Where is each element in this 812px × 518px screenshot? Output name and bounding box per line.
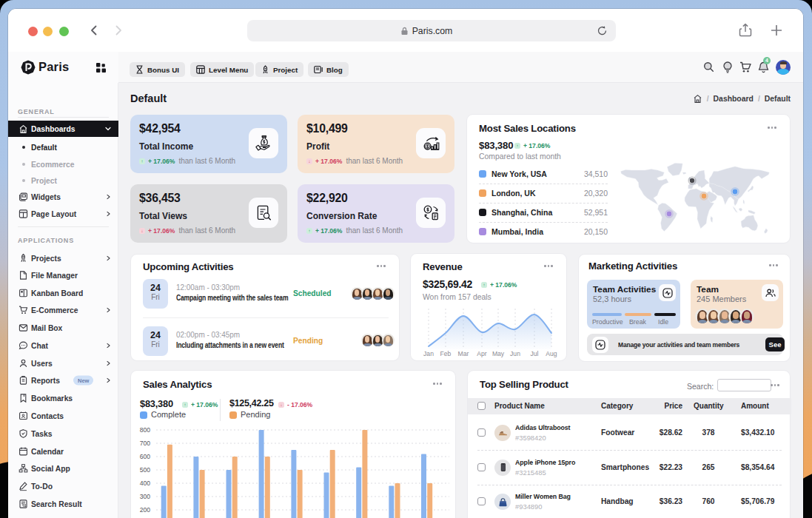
svg-text:500: 500 [140, 466, 151, 474]
svg-text:Feb: Feb [440, 350, 452, 357]
svg-text:800: 800 [140, 426, 151, 434]
svg-text:Mar: Mar [458, 350, 469, 357]
svg-text:600: 600 [140, 453, 151, 460]
svg-text:Jul: Jul [531, 350, 539, 357]
svg-text:400: 400 [140, 480, 151, 487]
svg-text:Jan: Jan [423, 350, 434, 357]
svg-text:Apr: Apr [477, 350, 487, 357]
svg-text:Aug: Aug [546, 350, 557, 357]
svg-text:200: 200 [140, 506, 151, 514]
svg-text:300: 300 [140, 493, 151, 500]
svg-text:Jun: Jun [510, 350, 520, 357]
svg-text:700: 700 [140, 440, 151, 447]
svg-text:May: May [492, 350, 505, 357]
